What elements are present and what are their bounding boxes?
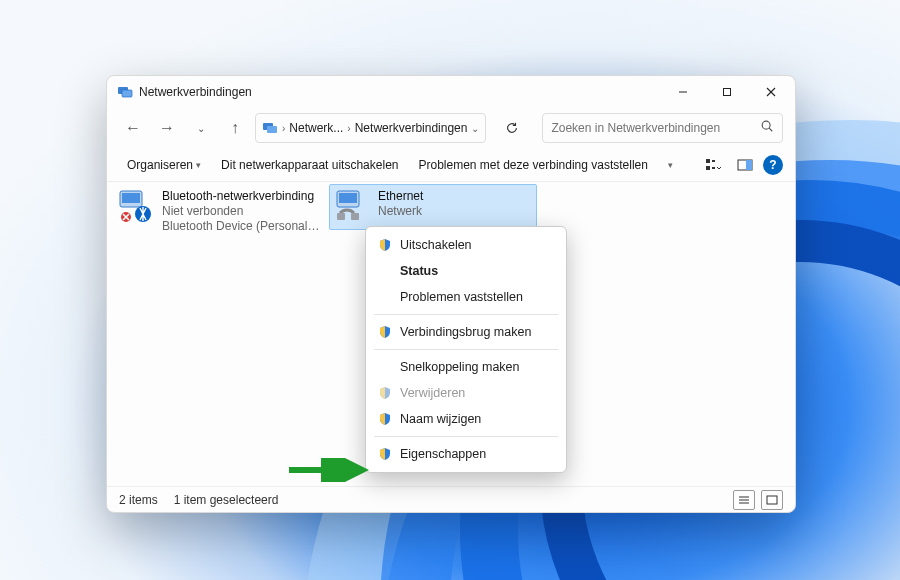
adapter-name: Ethernet <box>378 189 423 204</box>
svg-rect-11 <box>706 166 710 170</box>
adapter-status: Niet verbonden <box>162 204 322 219</box>
view-options-button[interactable] <box>699 151 727 179</box>
chevron-down-icon: ▾ <box>196 160 201 170</box>
adapter-name: Bluetooth-netwerkverbinding <box>162 189 322 204</box>
svg-rect-7 <box>267 126 277 133</box>
shield-icon <box>378 412 392 426</box>
ctx-rename[interactable]: Naam wijzigen <box>366 406 566 432</box>
svg-rect-12 <box>712 160 715 162</box>
context-menu: Uitschakelen Status Problemen vaststelle… <box>365 226 567 473</box>
ctx-shortcut[interactable]: Snelkoppeling maken <box>366 354 566 380</box>
command-bar: Organiseren▾ Dit netwerkapparaat uitscha… <box>107 148 795 182</box>
network-icon <box>117 84 133 100</box>
back-button[interactable]: ← <box>119 114 147 142</box>
chevron-down-icon[interactable]: ⌄ <box>471 123 479 134</box>
nav-toolbar: ← → ⌄ ↑ › Netwerk... › Netwerkverbinding… <box>107 108 795 148</box>
svg-rect-10 <box>706 159 710 163</box>
svg-rect-13 <box>712 167 715 169</box>
shield-icon <box>378 238 392 252</box>
ethernet-adapter-icon <box>334 189 370 225</box>
ctx-delete: Verwijderen <box>366 380 566 406</box>
breadcrumb[interactable]: › Netwerk... › Netwerkverbindingen ⌄ <box>255 113 486 143</box>
more-menu[interactable]: ▾ <box>660 156 681 174</box>
titlebar: Netwerkverbindingen <box>107 76 795 108</box>
explorer-window: Netwerkverbindingen ← → ⌄ ↑ › Netwerk...… <box>106 75 796 513</box>
separator <box>374 349 558 350</box>
help-button[interactable]: ? <box>763 155 783 175</box>
svg-rect-1 <box>122 90 132 97</box>
forward-button[interactable]: → <box>153 114 181 142</box>
svg-rect-22 <box>337 213 345 220</box>
status-bar: 2 items 1 item geselecteerd <box>107 486 795 512</box>
preview-pane-button[interactable] <box>731 151 759 179</box>
organize-menu[interactable]: Organiseren▾ <box>119 154 209 176</box>
svg-rect-23 <box>351 213 359 220</box>
svg-rect-17 <box>122 193 140 203</box>
network-icon <box>262 120 278 136</box>
adapter-item-ethernet[interactable]: Ethernet Netwerk <box>329 184 537 230</box>
recent-chevron[interactable]: ⌄ <box>187 114 215 142</box>
svg-point-8 <box>762 121 770 129</box>
svg-rect-3 <box>724 89 731 96</box>
status-selected-count: 1 item geselecteerd <box>174 493 279 507</box>
svg-rect-15 <box>746 160 752 170</box>
diagnose-button[interactable]: Problemen met deze verbinding vaststelle… <box>410 154 655 176</box>
ctx-bridge[interactable]: Verbindingsbrug maken <box>366 319 566 345</box>
separator <box>374 314 558 315</box>
ctx-diagnose[interactable]: Problemen vaststellen <box>366 284 566 310</box>
svg-line-9 <box>769 128 772 131</box>
adapter-status: Netwerk <box>378 204 423 219</box>
close-button[interactable] <box>749 76 793 108</box>
status-item-count: 2 items <box>119 493 158 507</box>
chevron-down-icon: ▾ <box>668 160 673 170</box>
annotation-arrow <box>287 458 371 482</box>
svg-rect-28 <box>767 496 777 504</box>
ctx-properties[interactable]: Eigenschappen <box>366 441 566 467</box>
ctx-disable[interactable]: Uitschakelen <box>366 232 566 258</box>
bluetooth-adapter-icon <box>118 189 154 225</box>
window-title: Netwerkverbindingen <box>139 85 252 99</box>
search-box[interactable] <box>542 113 783 143</box>
chevron-right-icon: › <box>347 123 350 134</box>
svg-rect-21 <box>339 193 357 203</box>
content-area[interactable]: Bluetooth-netwerkverbinding Niet verbond… <box>107 182 795 486</box>
search-icon[interactable] <box>760 119 774 137</box>
shield-icon <box>378 325 392 339</box>
chevron-right-icon: › <box>282 123 285 134</box>
details-view-button[interactable] <box>733 490 755 510</box>
adapter-item-bluetooth[interactable]: Bluetooth-netwerkverbinding Niet verbond… <box>113 184 321 239</box>
up-button[interactable]: ↑ <box>221 114 249 142</box>
separator <box>374 436 558 437</box>
breadcrumb-seg[interactable]: Netwerkverbindingen <box>355 121 468 135</box>
shield-icon <box>378 447 392 461</box>
search-input[interactable] <box>551 121 760 135</box>
maximize-button[interactable] <box>705 76 749 108</box>
breadcrumb-seg[interactable]: Netwerk... <box>289 121 343 135</box>
refresh-button[interactable] <box>498 114 526 142</box>
ctx-status[interactable]: Status <box>366 258 566 284</box>
icons-view-button[interactable] <box>761 490 783 510</box>
minimize-button[interactable] <box>661 76 705 108</box>
disable-device-button[interactable]: Dit netwerkapparaat uitschakelen <box>213 154 406 176</box>
shield-icon <box>378 386 392 400</box>
adapter-device: Bluetooth Device (Personal Area ... <box>162 219 322 234</box>
